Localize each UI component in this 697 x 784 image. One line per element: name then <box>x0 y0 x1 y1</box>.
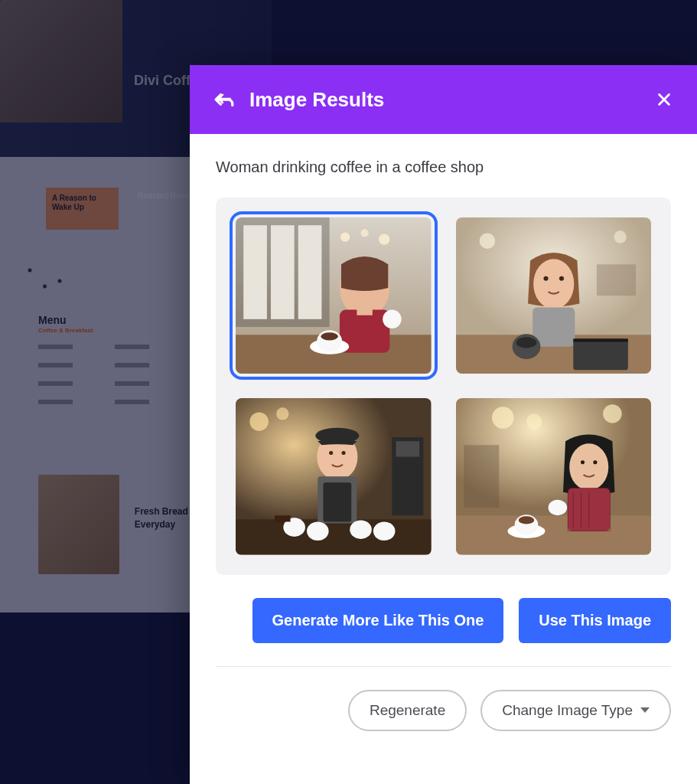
bg-roasted-label: Roasted House <box>138 191 194 200</box>
back-icon[interactable] <box>214 90 234 109</box>
svg-point-39 <box>315 428 359 443</box>
primary-action-row: Generate More Like This One Use This Ima… <box>216 598 671 643</box>
bg-hero-image <box>0 0 122 122</box>
svg-rect-21 <box>596 264 635 296</box>
change-image-type-button[interactable]: Change Image Type <box>480 690 671 731</box>
svg-point-45 <box>373 522 396 541</box>
prompt-text: Woman drinking coffee in a coffee shop <box>216 158 671 176</box>
svg-point-65 <box>548 500 567 515</box>
svg-point-64 <box>518 517 533 524</box>
change-type-label: Change Image Type <box>502 702 633 719</box>
image-result-2[interactable] <box>456 217 652 374</box>
image-result-3[interactable] <box>236 398 432 554</box>
generated-image <box>236 398 432 554</box>
svg-rect-54 <box>456 516 652 555</box>
image-grid <box>236 217 651 555</box>
generate-more-button[interactable]: Generate More Like This One <box>252 598 504 643</box>
svg-point-19 <box>479 233 494 248</box>
modal-header: Image Results <box>190 65 697 134</box>
svg-point-51 <box>526 414 541 430</box>
use-this-image-button[interactable]: Use This Image <box>519 598 671 643</box>
svg-point-66 <box>581 461 585 465</box>
modal-body: Woman drinking coffee in a coffee shop <box>190 134 697 756</box>
svg-point-47 <box>329 451 333 455</box>
svg-rect-36 <box>396 442 420 457</box>
svg-point-43 <box>307 522 329 541</box>
bg-orange-card: A Reason to Wake Up <box>46 188 119 230</box>
image-result-1[interactable] <box>236 217 432 374</box>
generated-image <box>456 398 652 554</box>
svg-point-24 <box>533 259 574 309</box>
bg-menu-title: Menu <box>38 314 67 326</box>
svg-point-17 <box>383 310 402 329</box>
generated-image <box>236 217 432 374</box>
svg-point-16 <box>321 332 337 340</box>
svg-rect-53 <box>464 446 499 508</box>
bg-beans-image <box>0 249 99 302</box>
svg-point-30 <box>543 276 548 281</box>
svg-point-33 <box>249 413 269 432</box>
image-results-modal: Image Results Woman drinking coffee in a… <box>190 65 697 784</box>
bg-menu-subtitle: Coffee & Breakfast <box>38 327 93 334</box>
image-grid-container <box>216 198 671 575</box>
svg-point-29 <box>516 337 536 348</box>
svg-point-52 <box>603 405 622 424</box>
svg-point-44 <box>350 521 372 540</box>
svg-rect-26 <box>573 338 628 370</box>
svg-point-9 <box>379 234 389 244</box>
svg-point-48 <box>341 451 345 455</box>
svg-rect-37 <box>236 520 432 555</box>
svg-point-20 <box>614 230 626 243</box>
svg-point-8 <box>361 229 369 237</box>
svg-rect-13 <box>357 296 372 315</box>
secondary-action-row: Regenerate Change Image Type <box>216 666 671 731</box>
svg-rect-46 <box>275 516 290 522</box>
bg-bread-image <box>38 475 119 574</box>
svg-rect-27 <box>573 338 628 341</box>
svg-rect-25 <box>533 308 575 347</box>
svg-point-7 <box>340 232 350 241</box>
close-icon[interactable] <box>656 91 673 108</box>
image-result-4[interactable] <box>456 398 652 554</box>
regenerate-label: Regenerate <box>370 702 445 719</box>
svg-point-67 <box>593 461 597 465</box>
svg-point-31 <box>559 276 563 281</box>
modal-title: Image Results <box>249 88 384 112</box>
generated-image <box>456 217 652 374</box>
svg-rect-41 <box>323 483 351 522</box>
svg-point-50 <box>492 407 514 430</box>
regenerate-button[interactable]: Regenerate <box>348 690 467 731</box>
svg-rect-4 <box>243 225 267 319</box>
svg-rect-5 <box>271 225 295 319</box>
caret-down-icon <box>640 707 650 713</box>
svg-point-56 <box>569 444 608 491</box>
svg-rect-6 <box>298 225 322 319</box>
svg-point-34 <box>276 408 288 420</box>
